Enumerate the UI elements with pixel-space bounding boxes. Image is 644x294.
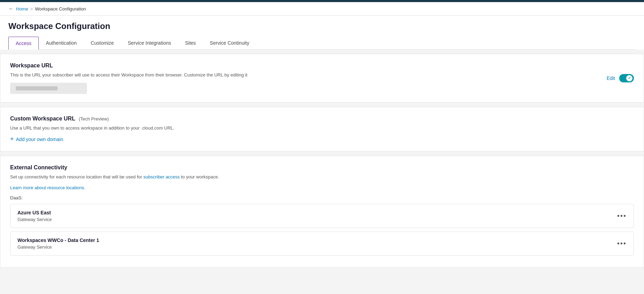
edit-link[interactable]: Edit	[607, 75, 615, 81]
tech-preview-badge: (Tech Preview)	[79, 116, 109, 122]
resource-service: Gateway Service	[17, 217, 52, 222]
custom-workspace-url-description: Use a URL that you own to access workspa…	[10, 125, 634, 132]
resource-name: Azure US East	[17, 210, 52, 215]
subscriber-access-link[interactable]: subscriber access	[144, 174, 180, 179]
tab-authentication[interactable]: Authentication	[39, 37, 84, 49]
custom-workspace-url-card: Custom Workspace URL (Tech Preview) Use …	[0, 107, 644, 152]
breadcrumb-current: Workspace Configuration	[35, 6, 86, 12]
resource-service: Gateway Service	[17, 244, 99, 250]
workspace-url-input[interactable]	[10, 83, 87, 94]
edit-toggle-row: Edit	[607, 74, 634, 82]
tab-sites[interactable]: Sites	[178, 37, 203, 49]
resource-menu-button[interactable]: •••	[617, 240, 627, 248]
tab-service-integrations[interactable]: Service Integrations	[121, 37, 178, 49]
tab-access[interactable]: Access	[8, 37, 39, 50]
resource-item-wwco-dc1: Workspaces WWCo - Data Center 1 Gateway …	[10, 231, 634, 256]
resource-info: Azure US East Gateway Service	[17, 210, 52, 222]
external-connectivity-card: External Connectivity Set up connectivit…	[0, 156, 644, 268]
add-domain-button[interactable]: + Add your own domain	[10, 135, 63, 143]
plus-icon: +	[10, 135, 14, 143]
url-placeholder-bar	[16, 86, 58, 90]
custom-workspace-url-title: Custom Workspace URL (Tech Preview)	[10, 116, 634, 122]
workspace-url-card: Workspace URL This is the URL your subsc…	[0, 54, 644, 103]
content-area: Workspace URL This is the URL your subsc…	[0, 54, 644, 268]
workspace-url-title: Workspace URL	[10, 63, 247, 69]
page-header: Workspace Configuration Access Authentic…	[0, 16, 644, 50]
learn-more-link[interactable]: Learn more about resource locations.	[10, 185, 85, 190]
tab-customize[interactable]: Customize	[84, 37, 121, 49]
daas-label: DaaS:	[10, 195, 634, 200]
external-connectivity-title: External Connectivity	[10, 164, 634, 171]
breadcrumb: ← Home > Workspace Configuration	[0, 2, 644, 16]
home-breadcrumb-link[interactable]: Home	[16, 6, 28, 12]
page-title: Workspace Configuration	[8, 21, 636, 31]
external-connectivity-description: Set up connectivity for each resource lo…	[10, 174, 634, 181]
add-domain-label: Add your own domain	[16, 137, 63, 142]
workspace-url-description: This is the URL your subscriber will use…	[10, 72, 247, 79]
breadcrumb-separator: >	[30, 6, 33, 12]
resource-info: Workspaces WWCo - Data Center 1 Gateway …	[17, 237, 99, 250]
tab-bar: Access Authentication Customize Service …	[8, 37, 636, 50]
workspace-url-toggle[interactable]	[619, 74, 634, 82]
back-button[interactable]: ←	[8, 6, 14, 12]
resource-item-azure-us-east: Azure US East Gateway Service •••	[10, 204, 634, 228]
resource-name: Workspaces WWCo - Data Center 1	[17, 237, 99, 243]
resource-menu-button[interactable]: •••	[617, 212, 627, 220]
tab-service-continuity[interactable]: Service Continuity	[203, 37, 256, 49]
